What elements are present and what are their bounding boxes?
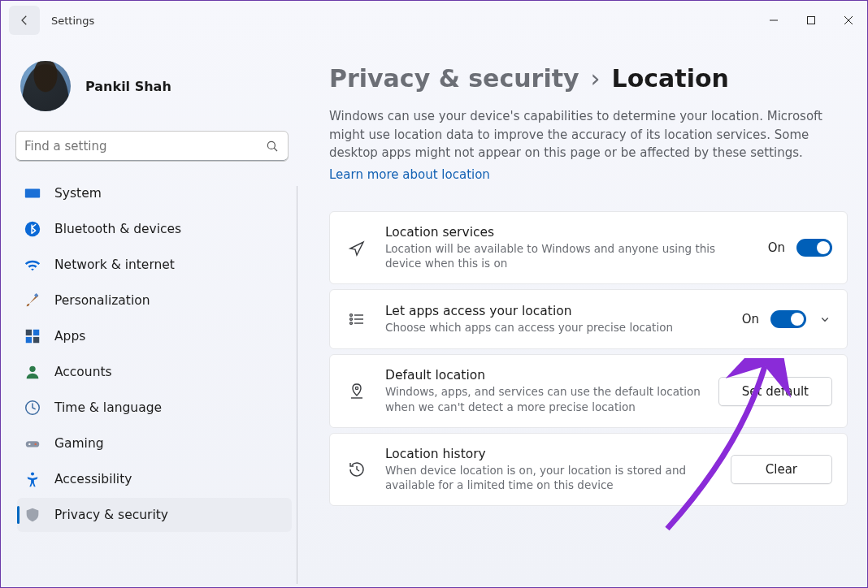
history-icon	[345, 460, 369, 479]
card-subtitle: When device location is on, your locatio…	[385, 463, 714, 492]
sidebar-item-apps[interactable]: Apps	[17, 319, 292, 353]
svg-rect-6	[25, 189, 40, 198]
toggle-state: On	[768, 240, 785, 255]
svg-rect-10	[26, 330, 32, 335]
sidebar-item-accounts[interactable]: Accounts	[17, 355, 292, 389]
clear-button[interactable]: Clear	[731, 455, 832, 484]
sidebar-item-label: Time & language	[54, 400, 162, 415]
profile-name: Pankil Shah	[85, 79, 171, 94]
card-title: Let apps access your location	[385, 304, 726, 318]
sidebar-item-label: Gaming	[54, 436, 104, 451]
clock-globe-icon	[24, 399, 41, 417]
page-description: Windows can use your device's capabiliti…	[329, 107, 848, 184]
svg-point-14	[29, 366, 35, 372]
sidebar-item-system[interactable]: System	[17, 176, 292, 210]
list-settings-icon	[345, 309, 369, 329]
svg-rect-11	[33, 330, 39, 335]
sidebar-item-personalization[interactable]: Personalization	[17, 283, 292, 318]
close-button[interactable]	[830, 7, 867, 33]
svg-rect-9	[34, 293, 38, 297]
svg-point-19	[31, 473, 34, 476]
learn-more-link[interactable]: Learn more about location	[329, 166, 490, 184]
paintbrush-icon	[24, 292, 41, 309]
system-icon	[24, 184, 41, 202]
search-input[interactable]	[24, 139, 265, 153]
window-controls	[755, 7, 867, 33]
sidebar-item-label: Personalization	[54, 293, 150, 308]
svg-rect-1	[808, 17, 815, 24]
svg-point-20	[350, 314, 353, 317]
svg-point-24	[350, 322, 353, 325]
sidebar: Pankil Shah System Bluetooth & devices N…	[1, 40, 302, 587]
sidebar-item-label: Apps	[54, 329, 85, 344]
sidebar-item-label: Network & internet	[54, 257, 175, 272]
toggle-state: On	[742, 312, 759, 326]
svg-point-8	[25, 222, 40, 236]
sidebar-item-label: Privacy & security	[54, 508, 168, 522]
card-title: Default location	[385, 368, 702, 383]
card-apps-access-location[interactable]: Let apps access your location Choose whi…	[329, 289, 848, 349]
shield-icon	[24, 506, 41, 524]
apps-access-location-toggle[interactable]	[770, 310, 806, 328]
sidebar-item-network[interactable]: Network & internet	[17, 248, 292, 282]
titlebar: Settings	[1, 1, 867, 40]
sidebar-item-label: System	[54, 186, 102, 201]
gamepad-icon	[24, 435, 41, 452]
sidebar-item-gaming[interactable]: Gaming	[17, 426, 292, 460]
map-pin-icon	[345, 382, 369, 401]
app-title: Settings	[51, 15, 94, 27]
sidebar-item-time-language[interactable]: Time & language	[17, 391, 292, 425]
sidebar-item-bluetooth[interactable]: Bluetooth & devices	[17, 212, 292, 246]
svg-point-4	[267, 141, 275, 149]
card-subtitle: Choose which apps can access your precis…	[385, 320, 726, 335]
bluetooth-icon	[24, 220, 41, 238]
breadcrumb-parent[interactable]: Privacy & security	[329, 64, 579, 93]
svg-point-26	[355, 387, 358, 389]
location-services-toggle[interactable]	[796, 239, 832, 257]
sidebar-item-label: Accounts	[54, 365, 112, 379]
page-title: Location	[612, 64, 729, 93]
sidebar-item-privacy-security[interactable]: Privacy & security	[17, 498, 292, 532]
sidebar-item-accessibility[interactable]: Accessibility	[17, 462, 292, 496]
sidebar-item-label: Bluetooth & devices	[54, 222, 181, 236]
chevron-right-icon: ›	[591, 64, 601, 93]
chevron-down-icon[interactable]	[818, 312, 832, 326]
person-icon	[24, 363, 41, 381]
wifi-icon	[24, 256, 41, 274]
card-subtitle: Location will be available to Windows an…	[385, 241, 752, 270]
search-icon	[265, 139, 280, 153]
maximize-button[interactable]	[792, 7, 830, 33]
avatar	[20, 61, 71, 111]
description-text: Windows can use your device's capabiliti…	[329, 109, 822, 160]
back-button[interactable]	[9, 6, 40, 35]
sidebar-item-label: Accessibility	[54, 472, 132, 486]
svg-line-5	[274, 148, 277, 151]
card-location-services[interactable]: Location services Location will be avail…	[329, 211, 848, 284]
svg-rect-16	[26, 441, 40, 447]
card-location-history: Location history When device location is…	[329, 433, 848, 506]
sidebar-scroll-indicator	[297, 186, 297, 584]
set-default-button[interactable]: Set default	[718, 377, 832, 406]
svg-rect-12	[26, 337, 32, 343]
card-title: Location services	[385, 225, 752, 240]
search-box[interactable]	[15, 131, 289, 162]
svg-point-18	[34, 443, 36, 445]
profile[interactable]: Pankil Shah	[15, 54, 293, 126]
location-arrow-icon	[345, 238, 369, 257]
card-title: Location history	[385, 447, 714, 461]
svg-point-22	[350, 318, 353, 321]
nav-list: System Bluetooth & devices Network & int…	[15, 175, 293, 587]
content: Privacy & security › Location Windows ca…	[302, 40, 867, 587]
accessibility-icon	[24, 470, 41, 488]
svg-rect-13	[33, 337, 39, 343]
minimize-button[interactable]	[755, 7, 792, 33]
apps-icon	[24, 327, 41, 345]
card-default-location: Default location Windows, apps, and serv…	[329, 354, 848, 427]
breadcrumb: Privacy & security › Location	[329, 64, 848, 93]
svg-point-17	[28, 443, 30, 445]
card-subtitle: Windows, apps, and services can use the …	[385, 384, 702, 413]
